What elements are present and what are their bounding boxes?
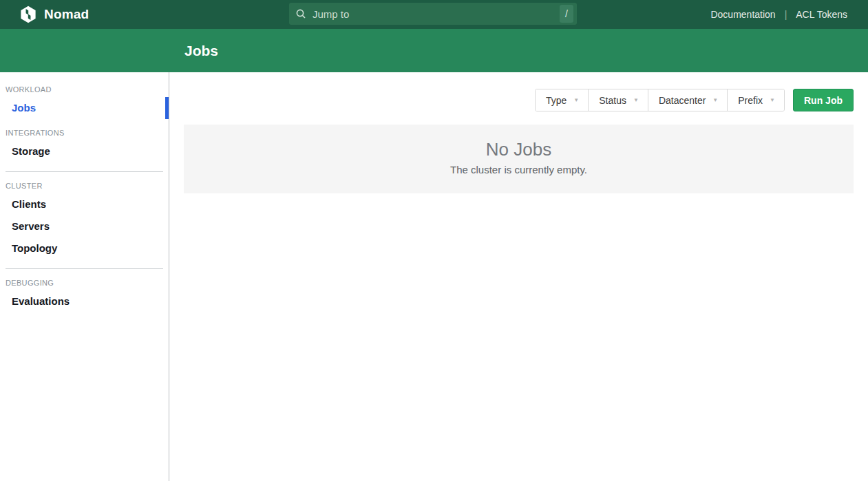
sidebar-item-clients[interactable]: Clients	[0, 193, 169, 215]
chevron-down-icon: ▼	[633, 98, 639, 103]
documentation-link[interactable]: Documentation	[710, 9, 775, 20]
filter-label: Datacenter	[659, 95, 706, 106]
chevron-down-icon: ▼	[573, 98, 579, 103]
sidebar-item-storage[interactable]: Storage	[0, 140, 169, 162]
filter-label: Type	[546, 95, 567, 106]
sidebar-section-label-debugging: DEBUGGING	[6, 279, 163, 287]
sidebar-section-label-integrations: INTEGRATIONS	[6, 129, 163, 137]
brand-text: Nomad	[44, 7, 89, 22]
jobs-toolbar: Type▼Status▼Datacenter▼Prefix▼ Run Job	[184, 89, 854, 111]
empty-state-title: No Jobs	[184, 125, 854, 160]
nomad-brand[interactable]: Nomad	[19, 6, 89, 23]
empty-state-message: The cluster is currently empty.	[184, 164, 854, 175]
sidebar-divider	[6, 171, 163, 172]
links-separator: |	[785, 9, 787, 20]
sidebar-section-label-workload: WORKLOAD	[6, 85, 163, 94]
chevron-down-icon: ▼	[712, 98, 718, 103]
page-subheader: Jobs	[0, 29, 868, 72]
filter-label: Status	[599, 95, 626, 106]
topbar: Nomad / Documentation | ACL Tokens	[0, 0, 868, 29]
filter-group: Type▼Status▼Datacenter▼Prefix▼	[535, 89, 785, 111]
nomad-logo-icon	[19, 6, 37, 23]
sidebar-item-jobs[interactable]: Jobs	[0, 97, 169, 119]
page-title: Jobs	[184, 43, 218, 59]
filter-type-dropdown[interactable]: Type▼	[536, 89, 589, 111]
empty-state: No Jobs The cluster is currently empty.	[184, 125, 854, 193]
jump-to-search[interactable]: /	[289, 3, 577, 25]
sidebar-item-servers[interactable]: Servers	[0, 215, 169, 237]
sidebar-divider	[6, 268, 163, 269]
filter-datacenter-dropdown[interactable]: Datacenter▼	[648, 89, 728, 111]
sidebar-item-evaluations[interactable]: Evaluations	[0, 290, 169, 312]
acl-tokens-link[interactable]: ACL Tokens	[796, 9, 847, 20]
shortcut-key-hint: /	[560, 5, 573, 23]
search-icon	[295, 8, 306, 19]
filter-status-dropdown[interactable]: Status▼	[589, 89, 648, 111]
filter-label: Prefix	[738, 95, 763, 106]
sidebar-section-label-cluster: CLUSTER	[6, 182, 163, 190]
jump-to-search-input[interactable]	[311, 8, 577, 21]
run-job-button[interactable]: Run Job	[793, 89, 854, 111]
topbar-links: Documentation | ACL Tokens	[710, 9, 847, 20]
chevron-down-icon: ▼	[770, 98, 775, 103]
filter-prefix-dropdown[interactable]: Prefix▼	[728, 89, 784, 111]
main-content: Type▼Status▼Datacenter▼Prefix▼ Run Job N…	[169, 72, 868, 481]
sidebar: WORKLOADJobsINTEGRATIONSStorageCLUSTERCl…	[0, 72, 169, 481]
sidebar-item-topology[interactable]: Topology	[0, 237, 169, 259]
